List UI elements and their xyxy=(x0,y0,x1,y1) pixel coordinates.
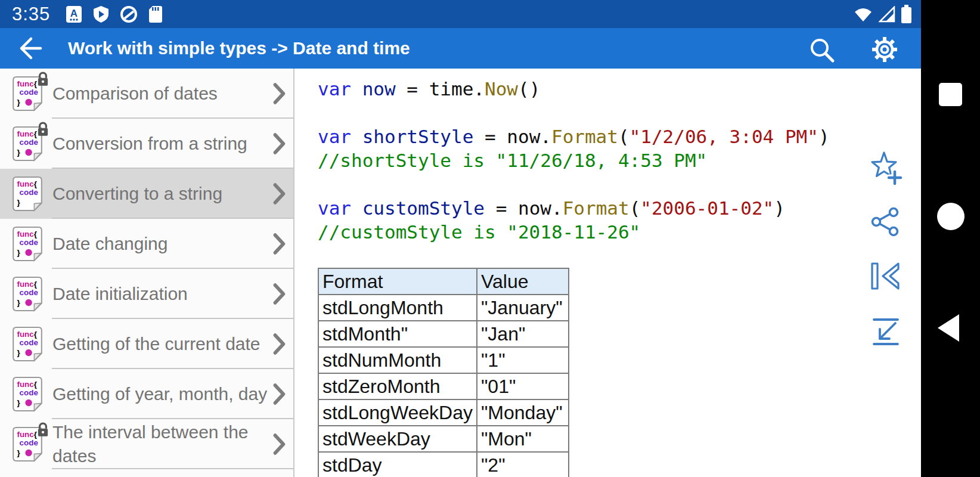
table-cell: "Jan" xyxy=(477,321,569,347)
lesson-list: func{ code } Comparison of dates func{ c… xyxy=(0,69,294,477)
lesson-item-label: Date initialization xyxy=(52,282,272,306)
svg-text:func{: func{ xyxy=(17,129,37,138)
svg-text:func{: func{ xyxy=(17,179,37,188)
table-row: stdZeroMonth"01" xyxy=(318,373,569,399)
chevron-right-icon xyxy=(273,333,286,355)
lesson-item-label: Conversion from a string xyxy=(52,132,272,156)
chevron-right-icon xyxy=(273,83,286,104)
code-token: //shortStyle is "11/26/18, 4:53 PM" xyxy=(318,150,707,171)
code-token: var xyxy=(318,78,351,100)
table-cell: "1" xyxy=(477,347,569,373)
lesson-list-item[interactable]: func{ code } Date initialization xyxy=(0,269,293,319)
table-header-cell: Value xyxy=(477,268,569,295)
code-token xyxy=(351,197,362,219)
svg-text:}: } xyxy=(17,348,20,357)
func-code-doc-icon: func{ code } xyxy=(12,426,43,462)
code-token: shortStyle xyxy=(362,126,474,147)
table-row: stdNumMonth"1" xyxy=(318,347,569,373)
page-title: Work with simple types -> Date and time xyxy=(68,38,410,58)
code-token: = time. xyxy=(396,78,485,100)
gear-icon[interactable] xyxy=(869,34,900,65)
android-nav-bar xyxy=(921,0,980,477)
code-token: () xyxy=(518,78,540,100)
chevron-right-icon xyxy=(273,133,286,154)
format-reference-table: FormatValuestdLongMonth"January"stdMonth… xyxy=(318,268,569,477)
play-protect-icon xyxy=(93,5,109,23)
lesson-list-item[interactable]: func{ code } The interval between the da… xyxy=(0,419,293,469)
svg-text:func{: func{ xyxy=(17,280,37,289)
search-icon[interactable] xyxy=(806,34,837,65)
table-row: stdMonth""Jan" xyxy=(318,321,569,347)
table-header-row: FormatValue xyxy=(318,268,569,295)
svg-text:code: code xyxy=(20,388,39,397)
add-favorite-star-icon[interactable] xyxy=(867,150,904,187)
jump-to-end-icon[interactable] xyxy=(869,315,901,348)
code-line: var shortStyle = now.Format("1/2/06, 3:0… xyxy=(318,125,921,148)
code-token: //customStyle is "2018-11-26" xyxy=(318,221,640,243)
a-translate-app-icon: A xyxy=(66,5,82,23)
code-block: var customStyle = now.Format("2006-01-02… xyxy=(318,196,921,244)
svg-text:func{: func{ xyxy=(17,380,37,389)
table-cell: stdZeroMonth xyxy=(318,373,477,399)
lock-icon xyxy=(36,422,49,438)
table-row: stdLongWeekDay"Monday" xyxy=(318,399,569,426)
back-triangle-icon[interactable] xyxy=(938,314,959,342)
chevron-right-icon xyxy=(273,283,286,305)
lesson-item-label: Getting of the current date xyxy=(52,332,272,356)
chevron-right-icon xyxy=(273,383,286,405)
lesson-item-label: The interval between the dates xyxy=(52,420,272,468)
code-block: var shortStyle = now.Format("1/2/06, 3:0… xyxy=(318,125,921,172)
lesson-list-item[interactable]: func{ code } Converting to a string xyxy=(0,169,293,219)
code-token: "1/2/06, 3:04 PM" xyxy=(629,126,818,147)
svg-text:}: } xyxy=(17,98,20,107)
chevron-right-icon xyxy=(273,233,286,255)
code-token: "2006-01-02" xyxy=(640,197,774,219)
home-circle-icon[interactable] xyxy=(937,203,965,230)
share-icon[interactable] xyxy=(869,205,902,238)
code-block: var now = time.Now() xyxy=(318,77,921,101)
svg-text:}: } xyxy=(17,198,20,207)
code-token: ( xyxy=(629,197,641,219)
code-sample: var now = time.Now()var shortStyle = now… xyxy=(294,69,921,244)
table-cell: stdLongMonth xyxy=(318,295,477,321)
lesson-list-item[interactable]: func{ code } Date changing xyxy=(0,219,293,269)
svg-text:func{: func{ xyxy=(17,230,37,238)
func-code-doc-icon: func{ code } xyxy=(12,276,43,312)
lesson-content: var now = time.Now()var shortStyle = now… xyxy=(294,69,921,477)
code-token: var xyxy=(318,126,351,147)
recents-square-icon[interactable] xyxy=(939,83,962,106)
status-system-icons xyxy=(854,5,911,23)
table-cell: "Monday" xyxy=(477,399,569,426)
code-token: Now xyxy=(485,78,518,100)
svg-text:A: A xyxy=(70,8,77,19)
wifi-icon xyxy=(854,6,873,23)
phone-screen: 3:35 A xyxy=(0,0,980,477)
app-bar: Work with simple types -> Date and time xyxy=(0,28,921,69)
svg-text:code: code xyxy=(20,138,39,147)
code-token: ) xyxy=(818,126,830,147)
app-area: 3:35 A xyxy=(0,0,921,477)
svg-text:code: code xyxy=(20,288,39,297)
action-rail xyxy=(849,69,921,477)
code-line: var customStyle = now.Format("2006-01-02… xyxy=(318,196,921,220)
lesson-list-item[interactable]: func{ code } Getting of year, month, day xyxy=(0,369,293,419)
code-token: = now. xyxy=(485,197,563,219)
chevron-right-icon xyxy=(273,433,286,455)
table-cell: stdWeekDay xyxy=(318,426,477,452)
code-token: Format xyxy=(551,126,618,147)
lesson-list-item[interactable]: func{ code } Conversion from a string xyxy=(0,119,293,169)
svg-text:code: code xyxy=(20,338,39,347)
lesson-list-item[interactable]: func{ code } Comparison of dates xyxy=(0,69,293,119)
back-arrow-icon[interactable] xyxy=(15,34,44,63)
code-token xyxy=(351,126,362,147)
lesson-list-item[interactable]: func{ code } Getting of the current date xyxy=(0,319,293,369)
code-token: = now. xyxy=(473,126,551,147)
code-token: ) xyxy=(774,197,785,219)
skip-to-start-icon[interactable] xyxy=(869,261,902,292)
table-cell: stdNumMonth xyxy=(318,347,477,373)
table-cell: stdLongWeekDay xyxy=(318,399,477,426)
lesson-item-label: Getting of year, month, day xyxy=(52,382,272,406)
table-cell: stdDay xyxy=(318,452,477,477)
status-bar: 3:35 A xyxy=(0,0,921,28)
svg-text:}: } xyxy=(17,448,20,457)
